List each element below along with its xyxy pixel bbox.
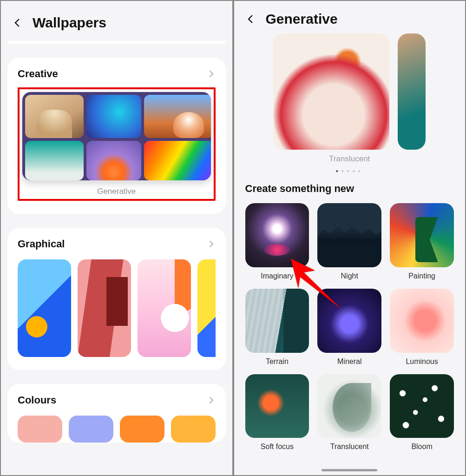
preview-carousel[interactable] — [245, 33, 454, 150]
graphical-row[interactable] — [18, 259, 216, 357]
theme-luminous[interactable]: Luminous — [390, 289, 454, 366]
preview-tile-translucent[interactable] — [273, 33, 389, 150]
colours-row[interactable] — [18, 416, 216, 443]
generative-tile[interactable] — [22, 92, 211, 180]
section-title: Graphical — [18, 238, 65, 250]
pager-dot[interactable]: ● — [347, 168, 352, 173]
theme-label: Painting — [390, 272, 454, 280]
theme-thumb — [390, 203, 454, 267]
section-graphical: Graphical — [7, 228, 226, 370]
graphical-wallpaper[interactable] — [197, 259, 216, 357]
generative-thumb-segment — [144, 95, 211, 138]
theme-label: Translucent — [317, 443, 381, 451]
pager-dot[interactable]: ● — [341, 168, 347, 173]
theme-label: Soft focus — [245, 443, 309, 451]
subheading: Create something new — [245, 183, 454, 195]
colour-swatch[interactable] — [120, 416, 164, 443]
preview-tile-next[interactable] — [398, 33, 426, 150]
section-header-graphical[interactable]: Graphical — [18, 238, 216, 250]
chevron-right-icon — [206, 69, 216, 79]
generative-thumb-segment — [86, 95, 141, 138]
theme-label: Terrain — [245, 357, 309, 366]
theme-label: Bloom — [390, 443, 454, 451]
graphical-wallpaper[interactable] — [138, 259, 191, 357]
theme-thumb — [390, 289, 454, 353]
page-title: Wallpapers — [33, 15, 106, 31]
theme-thumb — [245, 203, 309, 267]
theme-grid: ImaginaryNightPaintingTerrainMineralLumi… — [245, 203, 454, 451]
pager-dot[interactable]: ● — [352, 168, 358, 173]
theme-label: Night — [317, 272, 381, 280]
theme-mineral[interactable]: Mineral — [317, 289, 381, 366]
colour-swatch[interactable] — [18, 416, 62, 443]
generative-thumb-segment — [144, 141, 211, 180]
generative-thumb-segment — [86, 141, 141, 180]
theme-translucent[interactable]: Translucent — [317, 374, 381, 451]
theme-imaginary[interactable]: Imaginary — [245, 203, 309, 280]
theme-label: Mineral — [317, 357, 381, 366]
theme-terrain[interactable]: Terrain — [245, 289, 309, 366]
generative-thumb-segment — [25, 95, 84, 138]
top-sliver-card — [7, 41, 226, 44]
section-title: Creative — [18, 68, 58, 80]
colour-swatch[interactable] — [171, 416, 216, 443]
section-creative: Creative Generative — [7, 58, 226, 214]
theme-thumb — [317, 289, 381, 353]
pager-dot[interactable]: ● — [335, 168, 341, 173]
generative-thumb-segment — [25, 141, 84, 180]
back-button[interactable] — [244, 13, 257, 26]
theme-label: Imaginary — [245, 272, 309, 280]
home-indicator[interactable] — [322, 469, 377, 471]
theme-thumb — [317, 203, 381, 267]
generative-screen: Generative Translucent ●●●●● Create some… — [233, 0, 466, 476]
theme-thumb — [317, 374, 381, 438]
section-colours: Colours — [7, 384, 226, 443]
theme-painting[interactable]: Painting — [390, 203, 454, 280]
chevron-right-icon — [206, 396, 216, 405]
chevron-right-icon — [206, 239, 216, 249]
annotation-highlight-box: Generative — [18, 87, 216, 201]
theme-label: Luminous — [390, 357, 454, 366]
section-header-creative[interactable]: Creative — [18, 68, 216, 80]
section-title: Colours — [18, 394, 56, 406]
pager-dots[interactable]: ●●●●● — [245, 168, 454, 173]
colour-swatch[interactable] — [69, 416, 113, 443]
theme-thumb — [390, 374, 454, 438]
preview-caption: Translucent — [245, 154, 454, 164]
wallpapers-screen: Wallpapers Creative — [0, 0, 233, 476]
pager-dot[interactable]: ● — [358, 168, 363, 173]
theme-night[interactable]: Night — [317, 203, 381, 280]
chevron-left-icon — [12, 17, 23, 28]
chevron-left-icon — [245, 13, 256, 25]
generative-caption: Generative — [22, 187, 211, 196]
page-title: Generative — [266, 11, 338, 27]
theme-bloom[interactable]: Bloom — [390, 374, 454, 451]
theme-softfocus[interactable]: Soft focus — [245, 374, 309, 451]
graphical-wallpaper[interactable] — [78, 259, 131, 357]
section-header-colours[interactable]: Colours — [18, 394, 216, 406]
theme-thumb — [245, 374, 309, 438]
back-button[interactable] — [11, 16, 24, 29]
graphical-wallpaper[interactable] — [18, 259, 71, 357]
theme-thumb — [245, 289, 309, 353]
